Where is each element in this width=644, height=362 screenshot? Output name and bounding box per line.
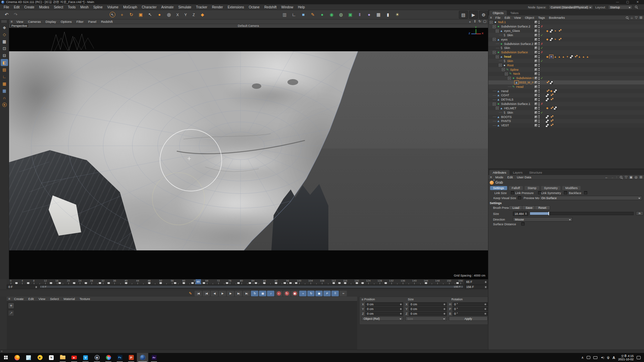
point-mode-button[interactable]: ⊡ bbox=[1, 45, 8, 52]
texture-tag[interactable] bbox=[545, 119, 549, 123]
keyframe-marker[interactable] bbox=[226, 282, 228, 284]
move-tool-button[interactable]: ＋ bbox=[117, 11, 126, 19]
om-grip-icon[interactable]: ≡ bbox=[490, 16, 492, 19]
keep-visual-size-checkbox[interactable] bbox=[518, 196, 521, 199]
link-size-checkbox[interactable] bbox=[511, 191, 514, 194]
keyframe-marker[interactable] bbox=[191, 282, 194, 284]
loop-playback-button[interactable]: ↻ bbox=[251, 291, 258, 296]
track-icon[interactable]: ◎ bbox=[635, 175, 638, 179]
subdivision-surface-button[interactable]: ● bbox=[318, 11, 327, 19]
youtube-taskbar-button[interactable]: ▶ bbox=[68, 353, 80, 362]
range-start-field[interactable]: 0 F bbox=[7, 285, 39, 289]
main-menu-character[interactable]: Character bbox=[140, 5, 159, 9]
tab-settings[interactable]: Settings bbox=[490, 186, 507, 190]
visibility-dots-icon[interactable] bbox=[538, 51, 540, 54]
axis-mode-button[interactable]: ∟ bbox=[1, 73, 8, 80]
workplane-mode-button[interactable]: ▦ bbox=[1, 80, 8, 87]
size-slider[interactable] bbox=[530, 212, 634, 215]
tree-row-neck[interactable]: −✎Neck bbox=[488, 72, 644, 76]
autokey-scale-button[interactable]: ▣ bbox=[315, 291, 323, 296]
tree-row-head[interactable]: ✎Head bbox=[488, 84, 644, 89]
scale-tool-button[interactable]: ▣ bbox=[136, 11, 145, 19]
keyframe-marker[interactable] bbox=[203, 282, 205, 284]
material-menu-view[interactable]: View bbox=[36, 297, 48, 301]
render-picture-viewer-button[interactable]: ▶ bbox=[469, 11, 478, 19]
viewport-menu-panel[interactable]: Panel bbox=[86, 20, 99, 23]
edit-toggle-icon[interactable] bbox=[535, 103, 537, 105]
play-button[interactable]: ▶ bbox=[219, 291, 226, 296]
visibility-dots-icon[interactable] bbox=[538, 29, 540, 33]
viewport-menu-cameras[interactable]: Cameras bbox=[25, 20, 43, 23]
visibility-dots-icon[interactable] bbox=[538, 120, 540, 123]
camera-object-button[interactable]: ▮ bbox=[383, 11, 392, 19]
vertexmap-tag[interactable] bbox=[549, 98, 553, 102]
visibility-dots-icon[interactable] bbox=[538, 59, 540, 62]
up-icon[interactable]: ↑ bbox=[616, 175, 618, 179]
material-menu-create[interactable]: Create bbox=[12, 297, 26, 301]
weightpaint-sel-tag[interactable]: ✦ bbox=[549, 55, 553, 59]
usb-icon[interactable]: ψ bbox=[607, 356, 609, 359]
vertexmap-tag[interactable] bbox=[574, 55, 577, 59]
tree-row-vest[interactable]: ▲VEST bbox=[488, 123, 644, 128]
keyframe-marker[interactable] bbox=[73, 282, 75, 284]
tab-falloff[interactable]: Falloff bbox=[509, 186, 523, 190]
main-menu-mograph[interactable]: MoGraph bbox=[121, 5, 140, 9]
edit-toggle-icon[interactable] bbox=[535, 107, 537, 110]
polysel-tag[interactable]: ▲ bbox=[557, 55, 561, 59]
main-menu-octane[interactable]: Octane bbox=[247, 5, 262, 9]
expander-icon[interactable]: − bbox=[496, 55, 499, 58]
weightpaint-tag[interactable]: ✦ bbox=[553, 38, 557, 41]
edit-toggle-icon[interactable] bbox=[535, 94, 537, 97]
prev-key-button[interactable]: |◀ bbox=[203, 291, 210, 296]
autokey-rotation-button[interactable]: ↻ bbox=[307, 291, 315, 296]
direction-select[interactable]: Mouse bbox=[513, 217, 573, 222]
next-key-button[interactable]: ▶| bbox=[235, 291, 242, 296]
viewport-canvas[interactable]: Perspective Default Camera bbox=[9, 24, 488, 279]
edge-mode-button[interactable]: ⊟ bbox=[1, 52, 8, 59]
weight-tag[interactable]: ◆ bbox=[545, 55, 549, 59]
main-menu-mesh[interactable]: Mesh bbox=[78, 5, 91, 9]
visibility-dots-icon[interactable] bbox=[538, 55, 540, 58]
weight-tag[interactable]: ◆ bbox=[545, 106, 549, 110]
snap-settings-button[interactable]: S bbox=[1, 101, 8, 108]
viewport-menu-filter[interactable]: Filter bbox=[74, 20, 86, 23]
filter-icon[interactable]: ▽ bbox=[635, 16, 638, 19]
vertexmap-tag[interactable] bbox=[557, 38, 561, 41]
tree-row-subdivision-surface[interactable]: −●Subdivision Surface✗ bbox=[488, 50, 644, 55]
keyframe-marker[interactable] bbox=[332, 282, 335, 284]
maximize-view-icon[interactable]: ▢ bbox=[483, 19, 486, 24]
position-y-field[interactable]: 0 cm bbox=[365, 307, 403, 311]
palette-grip-icon[interactable] bbox=[2, 20, 7, 23]
goto-end-button[interactable]: ▶| bbox=[243, 291, 250, 296]
keyframe-marker[interactable] bbox=[425, 282, 427, 284]
add-panel-icon[interactable]: ⊞ bbox=[640, 16, 642, 19]
tree-row-helmet[interactable]: −▲HELMET◆ bbox=[488, 106, 644, 111]
object-tree-empty[interactable] bbox=[488, 128, 644, 169]
disabled-cross-icon[interactable]: ✗ bbox=[541, 51, 543, 54]
add-material-button[interactable]: + bbox=[8, 303, 14, 309]
enabled-check-icon[interactable]: ✓ bbox=[541, 111, 543, 114]
texture-tag[interactable] bbox=[545, 115, 549, 119]
visibility-dots-icon[interactable] bbox=[538, 98, 540, 101]
size-z-field[interactable]: 0 cm bbox=[409, 312, 447, 316]
visibility-dots-icon[interactable] bbox=[538, 107, 540, 110]
uv-mode-button[interactable]: ▤ bbox=[1, 66, 8, 73]
tab-attributes[interactable]: Attributes bbox=[489, 170, 509, 175]
tree-row-details[interactable]: ▲DETAILS bbox=[488, 98, 644, 102]
visibility-dots-icon[interactable] bbox=[538, 89, 540, 93]
record-brush-button[interactable]: ✎ bbox=[186, 291, 194, 296]
firefox-taskbar-button[interactable] bbox=[11, 353, 23, 362]
status-grip-icon[interactable]: ≡ bbox=[1, 350, 3, 353]
texture-mode-button[interactable]: ▩ bbox=[1, 38, 8, 45]
tree-row-hend[interactable]: ▲Hend◆ bbox=[488, 89, 644, 93]
mograph-button[interactable]: ‖ bbox=[355, 11, 364, 19]
visibility-dots-icon[interactable] bbox=[538, 94, 540, 97]
keyframe-marker[interactable] bbox=[275, 282, 277, 284]
main-menu-simulate[interactable]: Simulate bbox=[176, 5, 194, 9]
scene-3d[interactable] bbox=[9, 51, 488, 250]
keyframe-marker[interactable] bbox=[15, 282, 18, 284]
rotate-tool-button[interactable]: ↻ bbox=[127, 11, 136, 19]
display-icon[interactable] bbox=[593, 356, 597, 359]
edit-toggle-icon[interactable] bbox=[535, 77, 537, 79]
search-icon[interactable] bbox=[626, 16, 629, 19]
